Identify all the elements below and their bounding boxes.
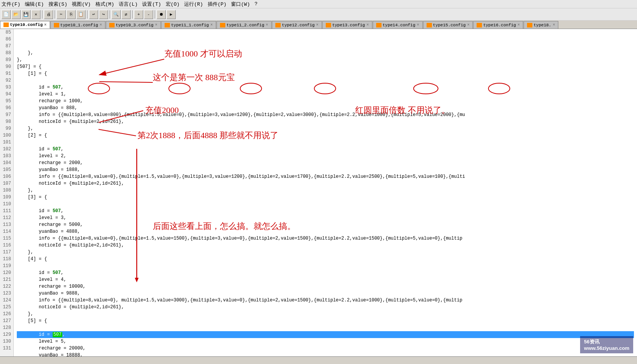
tab-type11_2-config[interactable]: type11_2.config× [217,21,272,29]
tab-label-8: type15.config [433,23,466,27]
toolbar-cut[interactable]: ✂ [57,10,66,19]
menu-edit[interactable]: 编辑(E) [25,1,44,8]
toolbar-macro-play[interactable]: ▶ [167,10,176,19]
toolbar-zoom-out[interactable]: - [144,10,153,19]
tab-type10_1-config[interactable]: type10_1.config× [50,21,105,29]
editor-container: 8586878889909192939495969798991001011021… [0,29,637,356]
toolbar-close[interactable]: ✕ [31,10,40,19]
code-line-93: yuanBao = 888, [17,105,634,111]
tab-icon-1 [54,23,59,27]
watermark-line1: 56资讯 [584,338,629,345]
tab-close-7[interactable]: × [417,23,419,27]
code-content: },},[507] = { [1] = { id = 507, level = … [14,29,637,356]
code-line-120: yuanBao = 9888, [17,290,634,297]
line-num-94: 94 [2,91,11,98]
tab-close-8[interactable]: × [467,23,469,27]
toolbar-save[interactable]: 💾 [21,10,31,19]
toolbar-open[interactable]: 📂 [11,10,21,19]
line-num-124: 124 [2,297,11,304]
tab-type16-config[interactable]: type16.config× [473,21,523,29]
line-num-115: 115 [2,235,11,242]
tab-type14-config[interactable]: type14.config× [373,21,423,29]
sep4 [110,10,110,19]
toolbar-zoom-in[interactable]: + [134,10,143,19]
tab-label-10: type18. [534,23,551,27]
toolbar-copy[interactable]: ⎘ [66,10,76,19]
code-line-111: yuanBao = 4888, [17,228,634,235]
code-line-118: level = 4, [17,276,634,283]
code-line-123: }, [17,311,634,317]
line-num-123: 123 [2,290,11,297]
tab-type10-config[interactable]: type10.config× [0,21,50,29]
toolbar-undo[interactable]: ↩ [89,10,98,19]
tab-type11_1-config[interactable]: type11_1.config× [161,21,216,29]
code-line-129: yuanBao = 18888, [17,352,634,356]
line-num-106: 106 [2,173,11,180]
tab-icon-5 [275,23,281,27]
watermark: 56资讯 www.56ziyuan.com [580,336,633,353]
tab-type15-config[interactable]: type15.config× [423,21,473,29]
status-bar [0,356,637,364]
tab-close-9[interactable]: × [517,23,520,27]
menu-settings[interactable]: 设置(T) [142,1,161,8]
menu-run[interactable]: 运行(R) [184,1,203,8]
tab-label-3: type11_1.config [171,23,209,27]
menu-format[interactable]: 格式(M) [95,1,114,8]
code-line-101: recharge = 2000, [17,159,634,166]
line-num-112: 112 [2,214,11,221]
line-num-95: 95 [2,98,11,105]
code-line-105: }, [17,187,634,194]
toolbar-find[interactable]: 🔍 [112,10,121,19]
code-line-112: info = {{multiple=8,value=0},{multiple=1… [17,235,634,242]
tab-close-6[interactable]: × [367,23,369,27]
toolbar-redo[interactable]: ↪ [99,10,108,19]
tab-close-2[interactable]: × [155,23,157,27]
code-line-92: recharge = 1000, [17,98,634,105]
tab-close-10[interactable]: × [553,23,555,27]
line-num-117: 117 [2,249,11,256]
tab-type12-config[interactable]: type12.config× [272,21,322,29]
sep1 [42,10,42,19]
tab-type10_3-config[interactable]: type10_3.config× [106,21,161,29]
line-num-100: 100 [2,132,11,139]
menu-macro[interactable]: 宏(O) [166,1,179,8]
menu-language[interactable]: 语言(L) [119,1,137,8]
menu-help[interactable]: ? [254,1,257,7]
tab-icon-10 [527,23,532,27]
line-num-107: 107 [2,180,11,187]
menu-view[interactable]: 视图(V) [72,1,91,8]
menu-file[interactable]: 文件(F) [2,1,20,8]
menu-search[interactable]: 搜索(S) [49,1,67,8]
code-line-128: recharge = 20000, [17,345,634,352]
toolbar-paste[interactable]: 📋 [76,10,86,19]
line-num-129: 129 [2,331,11,338]
tab-close-0[interactable]: × [44,23,47,27]
tab-close-5[interactable]: × [316,23,318,27]
line-num-127: 127 [2,317,11,324]
line-num-114: 114 [2,228,11,235]
toolbar-macro-rec[interactable]: ⏺ [157,10,166,19]
tab-icon-0 [3,23,9,27]
code-line-122: noticeId = {multiple=2,id=261}, [17,304,634,311]
tab-close-3[interactable]: × [210,23,213,27]
toolbar-new[interactable]: 📄 [2,10,11,19]
line-num-90: 90 [2,63,11,70]
line-num-130: 130 [2,338,11,345]
tab-icon-2 [109,23,115,27]
line-num-126: 126 [2,311,11,317]
tab-type18-[interactable]: type18.× [524,21,558,29]
code-area[interactable]: },},[507] = { [1] = { id = 507, level = … [14,29,637,356]
line-num-89: 89 [2,56,11,63]
code-line-97: [2] = { [17,132,634,139]
tab-type13-config[interactable]: type13.config× [322,21,372,29]
tab-close-4[interactable]: × [266,23,268,27]
menu-window[interactable]: 窗口(W) [231,1,250,8]
toolbar-replace[interactable]: ⇄ [121,10,131,19]
line-num-88: 88 [2,50,11,56]
line-num-119: 119 [2,263,11,269]
menu-plugins[interactable]: 插件(P) [208,1,226,8]
tab-label-2: type10_3.config [116,23,154,27]
toolbar-print[interactable]: 🖨 [44,10,53,19]
tab-close-1[interactable]: × [100,23,102,27]
tab-label-1: type10_1.config [60,23,98,27]
